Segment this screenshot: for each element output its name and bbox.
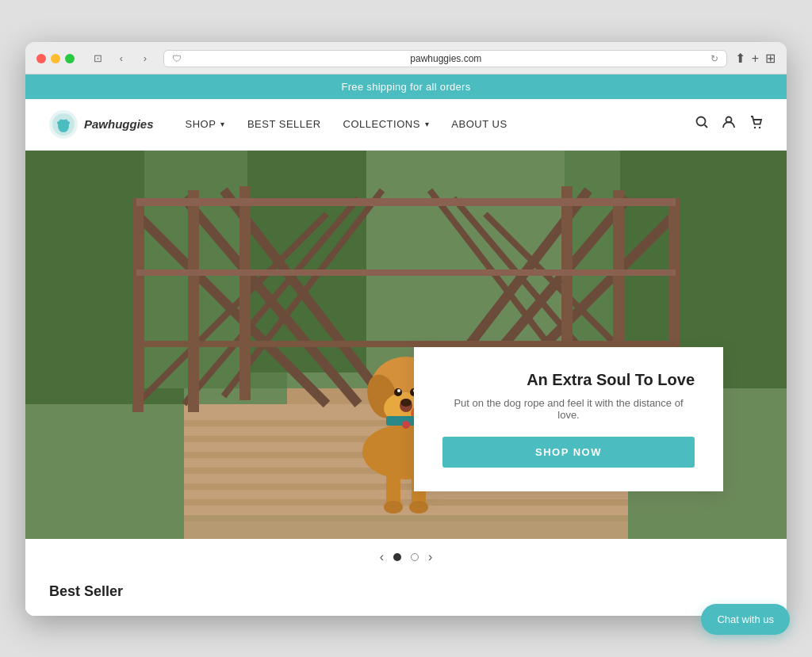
nav-about-us[interactable]: ABOUT US bbox=[451, 118, 507, 130]
announcement-bar: Free shipping for all orders bbox=[25, 74, 787, 99]
svg-point-54 bbox=[397, 389, 400, 392]
hero-card-subtitle: Put on the dog rope and feel it with the… bbox=[442, 397, 695, 421]
nav-shop[interactable]: SHOP ▾ bbox=[186, 118, 225, 130]
forward-button[interactable]: › bbox=[135, 51, 155, 67]
svg-point-6 bbox=[697, 117, 706, 126]
collections-chevron-icon: ▾ bbox=[425, 120, 430, 128]
svg-point-62 bbox=[384, 501, 403, 514]
nav-links: SHOP ▾ BEST SELLER COLLECTIONS ▾ ABOUT U… bbox=[186, 118, 695, 130]
nav-best-seller[interactable]: BEST SELLER bbox=[247, 118, 321, 130]
chat-widget-button[interactable]: Chat with us bbox=[701, 604, 790, 635]
maximize-button[interactable] bbox=[65, 54, 75, 63]
carousel-dot-2[interactable] bbox=[411, 553, 419, 561]
traffic-lights bbox=[36, 54, 75, 63]
search-button[interactable] bbox=[695, 115, 709, 133]
sidebar-toggle-button[interactable]: ⊡ bbox=[87, 51, 108, 67]
svg-rect-24 bbox=[184, 499, 628, 506]
reload-button[interactable]: ↻ bbox=[710, 53, 718, 64]
nav-collections[interactable]: COLLECTIONS ▾ bbox=[343, 118, 430, 130]
browser-chrome: ⊡ ‹ › 🛡 pawhuggies.com ↻ ⬆ + ⊞ bbox=[25, 42, 787, 74]
svg-rect-65 bbox=[184, 515, 628, 539]
logo[interactable]: Pawhuggies bbox=[49, 110, 154, 139]
svg-point-63 bbox=[409, 501, 428, 514]
svg-rect-44 bbox=[136, 198, 676, 206]
carousel-next-button[interactable]: › bbox=[428, 550, 432, 564]
new-tab-button[interactable]: + bbox=[752, 52, 759, 66]
address-bar[interactable]: 🛡 pawhuggies.com ↻ bbox=[163, 50, 727, 67]
svg-rect-32 bbox=[132, 198, 144, 412]
svg-rect-33 bbox=[188, 190, 199, 412]
svg-point-4 bbox=[57, 121, 60, 124]
best-seller-section: Best Seller bbox=[25, 575, 787, 616]
hero-card: An Extra Soul To Love Put on the dog rop… bbox=[414, 347, 723, 491]
browser-window: ⊡ ‹ › 🛡 pawhuggies.com ↻ ⬆ + ⊞ Free ship… bbox=[25, 42, 787, 616]
carousel-dot-1[interactable] bbox=[393, 553, 401, 561]
security-icon: 🛡 bbox=[172, 53, 182, 64]
hero-card-title: An Extra Soul To Love bbox=[442, 371, 695, 389]
url-text: pawhuggies.com bbox=[186, 53, 706, 64]
svg-rect-45 bbox=[136, 269, 676, 276]
announcement-text: Free shipping for all orders bbox=[341, 81, 470, 93]
shop-now-button[interactable]: SHOP NOW bbox=[442, 437, 695, 468]
svg-point-10 bbox=[759, 127, 760, 128]
svg-point-9 bbox=[754, 127, 756, 128]
browser-action-buttons: ⬆ + ⊞ bbox=[735, 51, 776, 66]
account-button[interactable] bbox=[722, 115, 736, 133]
svg-rect-34 bbox=[239, 186, 251, 400]
browser-controls: ⊡ ‹ › bbox=[87, 51, 155, 67]
nav-icon-group bbox=[695, 115, 763, 133]
best-seller-title: Best Seller bbox=[49, 583, 763, 600]
svg-line-7 bbox=[705, 125, 708, 128]
cart-button[interactable] bbox=[749, 115, 763, 133]
svg-point-5 bbox=[67, 121, 70, 124]
website-content: Free shipping for all orders Pawhuggies bbox=[25, 74, 787, 616]
carousel-prev-button[interactable]: ‹ bbox=[380, 550, 384, 564]
minimize-button[interactable] bbox=[51, 54, 60, 63]
grid-button[interactable]: ⊞ bbox=[765, 51, 776, 66]
navigation: Pawhuggies SHOP ▾ BEST SELLER COLLECTION… bbox=[25, 99, 787, 151]
svg-rect-46 bbox=[136, 341, 676, 347]
close-button[interactable] bbox=[36, 54, 46, 63]
carousel-controls: ‹ › bbox=[25, 539, 787, 575]
hero-section: An Extra Soul To Love Put on the dog rop… bbox=[25, 151, 787, 539]
shop-chevron-icon: ▾ bbox=[220, 120, 225, 128]
back-button[interactable]: ‹ bbox=[111, 51, 132, 67]
svg-point-57 bbox=[400, 399, 412, 407]
logo-text: Pawhuggies bbox=[84, 117, 154, 131]
logo-icon bbox=[49, 110, 78, 139]
share-button[interactable]: ⬆ bbox=[735, 51, 745, 66]
svg-point-64 bbox=[402, 421, 410, 429]
